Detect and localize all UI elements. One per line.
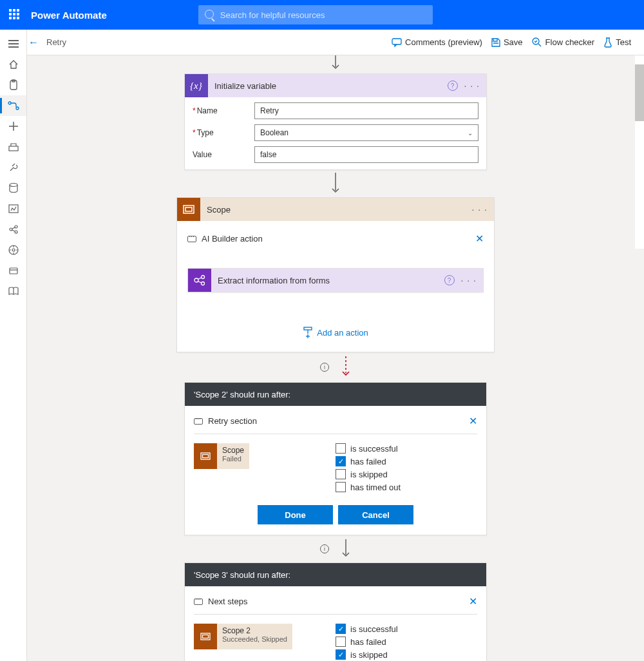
- skipped-label: is skipped: [350, 470, 388, 479]
- search-wrap: [198, 5, 433, 24]
- hamburger-icon[interactable]: [0, 34, 26, 54]
- svg-rect-35: [304, 327, 312, 330]
- scrollbar-thumb[interactable]: [635, 64, 644, 121]
- flow-checker-button[interactable]: Flow checker: [532, 37, 595, 48]
- svg-point-30: [194, 278, 198, 282]
- svg-text:{x}: {x}: [190, 81, 202, 91]
- waffle-icon[interactable]: [9, 9, 21, 21]
- name-input[interactable]: Retry: [254, 102, 478, 119]
- add-action-button[interactable]: Add an action: [180, 327, 491, 338]
- help-icon[interactable]: ?: [448, 81, 458, 91]
- timedout-label: has timed out: [350, 483, 401, 492]
- failed-label: has failed: [350, 457, 386, 466]
- initialize-variable-card: {x} Initialize variable ? · · · *Name Re…: [184, 73, 487, 170]
- rail-process-icon[interactable]: [0, 240, 26, 260]
- info-icon[interactable]: i: [320, 544, 329, 553]
- scope-title: Scope: [200, 205, 472, 215]
- svg-line-33: [198, 278, 202, 280]
- scope3-runafter-header: 'Scope 3' should run after:: [185, 563, 486, 586]
- scope-card: Scope · · · AI Builder action ✕ Extract …: [176, 197, 495, 352]
- skipped-checkbox[interactable]: [336, 649, 346, 660]
- rail-connectors-icon[interactable]: [0, 157, 26, 178]
- scope3-comment-label: Next steps: [208, 597, 469, 606]
- value-label: Value: [193, 150, 254, 159]
- chevron-down-icon: ⌄: [468, 129, 473, 137]
- connector-row: i: [320, 356, 351, 378]
- close-icon[interactable]: ✕: [475, 233, 484, 245]
- svg-rect-9: [9, 146, 18, 151]
- svg-line-24: [538, 44, 541, 46]
- flow-canvas[interactable]: {x} Initialize variable ? · · · *Name Re…: [27, 55, 644, 661]
- test-button[interactable]: Test: [603, 37, 631, 48]
- failed-label: has failed: [350, 637, 386, 647]
- scope2-comment-label: Retry section: [208, 416, 469, 426]
- timedout-checkbox[interactable]: [336, 482, 346, 492]
- brand-label: Power Automate: [31, 10, 107, 21]
- command-bar: ← Retry Comments (preview) Save Flow che…: [0, 30, 644, 55]
- failed-checkbox[interactable]: [336, 456, 346, 466]
- connector-row: i: [320, 539, 351, 559]
- flow-checker-label: Flow checker: [545, 37, 595, 47]
- rail-templates-icon[interactable]: [0, 137, 26, 157]
- initialize-variable-header[interactable]: {x} Initialize variable ? · · ·: [185, 74, 486, 97]
- more-icon[interactable]: · · ·: [461, 275, 477, 285]
- svg-point-5: [8, 102, 11, 104]
- svg-point-31: [202, 276, 205, 279]
- rail-monitor-icon[interactable]: [0, 198, 26, 219]
- svg-point-12: [10, 228, 12, 231]
- rail-learn-icon[interactable]: [0, 281, 26, 302]
- previous-action-chip: Scope 2 Succeeded, Skipped: [194, 624, 314, 661]
- previous-action-chip: Scope Failed: [194, 443, 314, 495]
- search-input[interactable]: [198, 5, 433, 24]
- top-bar: Power Automate: [0, 0, 644, 30]
- svg-point-6: [16, 107, 19, 110]
- test-label: Test: [616, 37, 631, 47]
- rail-ai-builder-icon[interactable]: [0, 219, 26, 240]
- connector-arrow-icon: [330, 58, 341, 71]
- rail-home-icon[interactable]: [0, 54, 26, 75]
- svg-point-32: [202, 282, 205, 285]
- cancel-button[interactable]: Cancel: [338, 505, 413, 524]
- svg-rect-41: [203, 455, 209, 458]
- rail-solutions-icon[interactable]: [0, 260, 26, 281]
- svg-line-15: [12, 227, 15, 229]
- scope2-runafter-card: 'Scope 2' should run after: Retry sectio…: [184, 382, 487, 535]
- svg-point-18: [12, 249, 15, 251]
- rail-action-items-icon[interactable]: [0, 75, 26, 95]
- done-button[interactable]: Done: [258, 505, 333, 524]
- previous-action-name: Scope: [217, 443, 244, 455]
- skipped-checkbox[interactable]: [336, 469, 346, 479]
- previous-action-status: Failed: [217, 455, 244, 463]
- previous-action-status: Succeeded, Skipped: [217, 635, 287, 643]
- extract-forms-header[interactable]: Extract information from forms ? · · ·: [188, 269, 483, 292]
- comment-icon: [187, 236, 196, 242]
- svg-point-14: [15, 231, 17, 233]
- comments-button[interactable]: Comments (preview): [392, 37, 482, 47]
- more-icon[interactable]: · · ·: [464, 81, 480, 91]
- svg-line-34: [198, 282, 202, 283]
- rail-flows-icon[interactable]: [0, 95, 26, 116]
- successful-checkbox[interactable]: [336, 624, 346, 634]
- scrollbar[interactable]: [635, 55, 644, 249]
- help-icon[interactable]: ?: [444, 275, 455, 285]
- rail-create-icon[interactable]: [0, 116, 26, 137]
- rail-data-icon[interactable]: [0, 178, 26, 198]
- type-select[interactable]: Boolean⌄: [254, 124, 478, 141]
- scope-header[interactable]: Scope · · ·: [177, 198, 494, 221]
- close-icon[interactable]: ✕: [469, 415, 477, 427]
- search-icon: [205, 10, 214, 19]
- save-button[interactable]: Save: [491, 37, 523, 47]
- svg-rect-22: [392, 39, 401, 44]
- connector-arrow-icon: [330, 173, 341, 195]
- info-icon[interactable]: i: [320, 363, 329, 372]
- successful-checkbox[interactable]: [336, 443, 346, 454]
- back-arrow-icon[interactable]: ←: [28, 37, 39, 48]
- comments-label: Comments (preview): [405, 37, 482, 47]
- name-label: *Name: [193, 106, 254, 115]
- close-icon[interactable]: ✕: [469, 595, 477, 608]
- failed-checkbox[interactable]: [336, 637, 346, 647]
- more-icon[interactable]: · · ·: [472, 204, 488, 215]
- successful-label: is successful: [350, 444, 398, 454]
- value-input[interactable]: false: [254, 146, 478, 163]
- extract-forms-action: Extract information from forms ? · · ·: [187, 268, 484, 292]
